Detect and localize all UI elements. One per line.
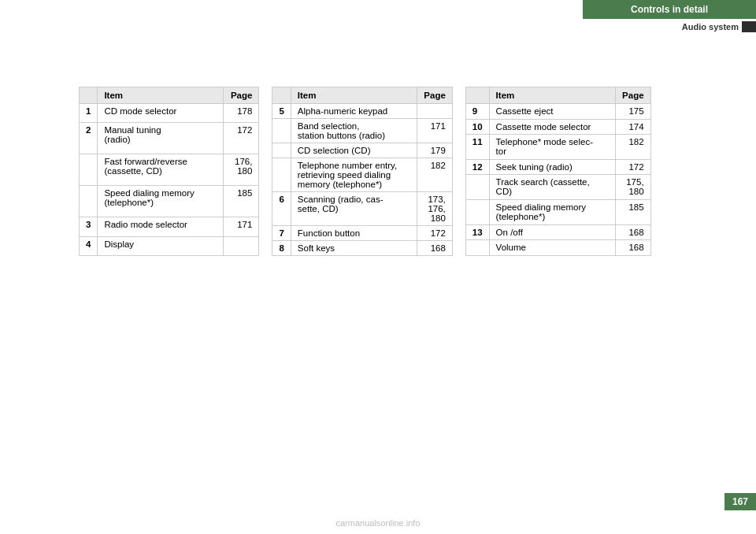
row-number: 8 (272, 241, 291, 256)
row-number (465, 175, 489, 200)
table-row: 3Radio mode selector171 (80, 217, 259, 236)
row-item: Band selection,station buttons (radio) (291, 119, 417, 143)
row-number: 3 (80, 217, 98, 236)
row-number (80, 154, 98, 186)
table-row: 8Soft keys168 (272, 241, 452, 256)
row-page: 174 (615, 119, 650, 135)
row-number (272, 158, 291, 192)
row-item: CD selection (CD) (291, 143, 417, 158)
row-item: Function button (291, 226, 417, 241)
table-row: 2Manual tuning(radio)172 (80, 123, 259, 154)
row-item: CD mode selector (98, 104, 224, 123)
row-number (465, 240, 489, 256)
table-row: 5Alpha-numeric keypad (272, 104, 452, 119)
row-page: 175,180 (615, 175, 650, 200)
table-header-item: Item (98, 87, 224, 104)
audio-system-block (742, 21, 756, 32)
tables-container: ItemPage1CD mode selector1782Manual tuni… (79, 87, 664, 256)
row-item: Radio mode selector (98, 217, 224, 236)
table-row: 10Cassette mode selector174 (465, 119, 650, 135)
controls-label: Controls in detail (583, 0, 756, 19)
row-page: 168 (615, 224, 650, 240)
row-number: 13 (465, 224, 489, 240)
row-page (417, 104, 452, 119)
row-number (272, 143, 291, 158)
table-row: 7Function button172 (272, 226, 452, 241)
table-row: 4Display (80, 236, 259, 256)
row-page: 173,176,180 (417, 192, 452, 226)
row-number: 4 (80, 236, 98, 256)
table-header-page: Page (615, 87, 650, 104)
row-page: 176,180 (224, 154, 259, 186)
row-number (272, 119, 291, 143)
row-page: 172 (417, 226, 452, 241)
row-page: 171 (417, 119, 452, 143)
table-header-page: Page (224, 87, 259, 104)
table-row: 1CD mode selector178 (80, 104, 259, 123)
table-row: Track search (cassette,CD)175,180 (465, 175, 650, 200)
reference-table: ItemPage5Alpha-numeric keypadBand select… (272, 87, 452, 256)
row-item: On /off (489, 224, 615, 240)
row-number: 6 (272, 192, 291, 226)
table-row: 13On /off168 (465, 224, 650, 240)
header: Controls in detail Audio system (583, 0, 756, 35)
table-row: Speed dialing memory(telephone*)185 (465, 200, 650, 225)
table-row: Telephone number entry,retrieving speed … (272, 158, 452, 192)
row-number: 2 (80, 123, 98, 154)
table-header-page: Page (417, 87, 452, 104)
table-row: 9Cassette eject175 (465, 104, 650, 120)
table-row: Band selection,station buttons (radio)17… (272, 119, 452, 143)
row-number: 5 (272, 104, 291, 119)
row-page: 168 (417, 241, 452, 256)
table-header-item: Item (489, 87, 615, 104)
row-item: Fast forward/reverse(cassette, CD) (98, 154, 224, 186)
audio-system-label: Audio system (682, 22, 739, 32)
row-item: Manual tuning(radio) (98, 123, 224, 154)
row-page (224, 236, 259, 256)
row-item: Soft keys (291, 241, 417, 256)
table-header-item: Item (291, 87, 417, 104)
row-number: 1 (80, 104, 98, 123)
row-number (80, 186, 98, 217)
table-row: 12Seek tuning (radio)172 (465, 159, 650, 175)
row-item: Volume (489, 240, 615, 256)
row-item: Speed dialing memory(telephone*) (489, 200, 615, 225)
row-page: 182 (615, 135, 650, 160)
row-item: Scanning (radio, cas-sette, CD) (291, 192, 417, 226)
audio-system-bar: Audio system (583, 19, 756, 35)
row-number (465, 200, 489, 225)
row-item: Speed dialing memory(telephone*) (98, 186, 224, 217)
row-item: Alpha-numeric keypad (291, 104, 417, 119)
row-page: 185 (615, 200, 650, 225)
row-page: 179 (417, 143, 452, 158)
row-item: Telephone number entry,retrieving speed … (291, 158, 417, 192)
row-page: 175 (615, 104, 650, 120)
table-row: 11Telephone* mode selec-tor182 (465, 135, 650, 160)
row-item: Cassette mode selector (489, 119, 615, 135)
row-item: Seek tuning (radio) (489, 159, 615, 175)
table-row: Fast forward/reverse(cassette, CD)176,18… (80, 154, 259, 186)
row-page: 182 (417, 158, 452, 192)
page-number: 167 (724, 493, 756, 510)
row-page: 172 (615, 159, 650, 175)
row-number: 7 (272, 226, 291, 241)
row-page: 178 (224, 104, 259, 123)
table-row: CD selection (CD)179 (272, 143, 452, 158)
reference-table: ItemPage1CD mode selector1782Manual tuni… (79, 87, 259, 256)
row-number: 10 (465, 119, 489, 135)
row-page: 168 (615, 240, 650, 256)
row-item: Cassette eject (489, 104, 615, 120)
row-number: 11 (465, 135, 489, 160)
row-page: 172 (224, 123, 259, 154)
row-item: Telephone* mode selec-tor (489, 135, 615, 160)
row-number: 9 (465, 104, 489, 120)
table-row: 6Scanning (radio, cas-sette, CD)173,176,… (272, 192, 452, 226)
row-item: Track search (cassette,CD) (489, 175, 615, 200)
table-row: Speed dialing memory(telephone*)185 (80, 186, 259, 217)
row-number: 12 (465, 159, 489, 175)
watermark: carmanualsonline.info (335, 518, 420, 528)
row-page: 171 (224, 217, 259, 236)
row-page: 185 (224, 186, 259, 217)
table-row: Volume168 (465, 240, 650, 256)
reference-table: ItemPage9Cassette eject17510Cassette mod… (465, 87, 651, 256)
